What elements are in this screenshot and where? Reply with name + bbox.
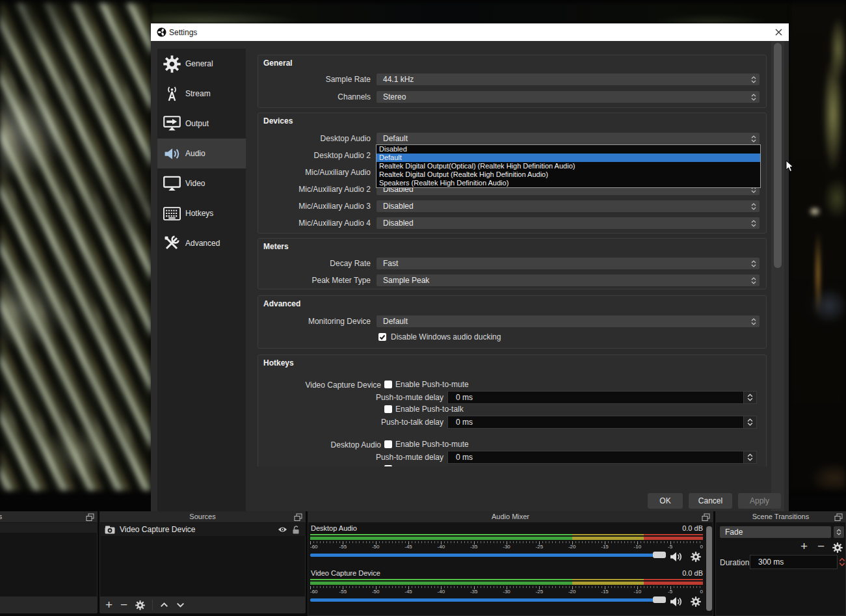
- transition-select-arrows[interactable]: [834, 526, 844, 538]
- mic-aux-3-select[interactable]: Disabled: [377, 200, 760, 212]
- sidebar-item-audio[interactable]: Audio: [157, 139, 246, 168]
- dropdown-option-highlighted[interactable]: Default: [377, 154, 760, 162]
- channel-gear-icon[interactable]: [691, 552, 701, 562]
- mouse-cursor: [786, 160, 793, 172]
- dropdown-option[interactable]: Disabled: [377, 145, 760, 154]
- sample-rate-select[interactable]: 44.1 kHz: [377, 74, 760, 85]
- partial-checkbox[interactable]: [384, 465, 392, 466]
- sidebar-item-video[interactable]: Video: [157, 168, 246, 198]
- mute-speaker-icon[interactable]: [670, 552, 683, 562]
- hotkey-device-label: Video Capture Device: [258, 379, 381, 391]
- peak-meter-type-select[interactable]: Sample Peak: [377, 275, 760, 286]
- meter-scale-label: -60: [310, 589, 318, 595]
- mute-speaker-icon[interactable]: [670, 596, 683, 607]
- dialog-scrollbar-thumb[interactable]: [774, 43, 782, 268]
- push-to-talk-delay-spinbox[interactable]: 0 ms: [447, 416, 757, 429]
- background-video-left: [0, 3, 152, 490]
- select-value: Fast: [383, 259, 398, 268]
- sidebar-item-stream[interactable]: Stream: [157, 79, 246, 109]
- duration-spinbox-arrows[interactable]: [838, 555, 846, 569]
- add-transition-button[interactable]: +: [800, 541, 808, 552]
- sidebar-item-general[interactable]: General: [157, 49, 246, 79]
- monitoring-device-select[interactable]: Default: [377, 315, 760, 327]
- move-up-icon[interactable]: [160, 602, 168, 608]
- sidebar-item-output[interactable]: Output: [157, 109, 246, 139]
- select-value: Stereo: [383, 92, 406, 101]
- decay-rate-select[interactable]: Fast: [377, 258, 760, 269]
- keyboard-icon: [162, 204, 181, 223]
- move-down-icon[interactable]: [176, 602, 185, 608]
- remove-transition-button[interactable]: −: [817, 541, 825, 552]
- enable-push-to-mute-checkbox-2[interactable]: [384, 440, 392, 448]
- spinbox-arrows[interactable]: [743, 451, 756, 463]
- sidebar-item-hotkeys[interactable]: Hotkeys: [157, 198, 246, 228]
- video-capture-icon: [105, 526, 115, 534]
- dropdown-option[interactable]: Realtek Digital Output (Realtek High Def…: [377, 170, 760, 179]
- add-source-button[interactable]: +: [105, 599, 112, 611]
- field-label: Mic/Auxiliary Audio 4: [258, 217, 371, 229]
- source-properties-gear-icon[interactable]: [135, 600, 145, 610]
- background-video-right: [789, 3, 846, 490]
- sidebar-item-label: Output: [185, 119, 209, 128]
- desktop-audio-select[interactable]: Default: [377, 133, 760, 144]
- mic-aux-4-select[interactable]: Disabled: [377, 217, 760, 229]
- meter-scale-label: -60: [310, 544, 318, 550]
- volume-slider-handle[interactable]: [653, 596, 666, 603]
- scene-row[interactable]: [0, 523, 98, 533]
- sidebar-item-advanced[interactable]: Advanced: [157, 228, 246, 258]
- field-label: Desktop Audio: [258, 133, 371, 144]
- spinbox-arrows[interactable]: [743, 392, 756, 403]
- close-icon[interactable]: [774, 27, 784, 37]
- remove-source-button[interactable]: −: [120, 599, 127, 611]
- dropdown-option[interactable]: Realtek Digital Output(Optical) (Realtek…: [377, 162, 760, 170]
- dialog-scrollbar[interactable]: [771, 41, 784, 511]
- meter-scale-label: 0: [700, 589, 703, 595]
- volume-slider[interactable]: [310, 554, 655, 557]
- channels-select[interactable]: Stereo: [377, 91, 760, 103]
- meter-bar: [310, 537, 703, 540]
- meter-scale-label: -35: [470, 544, 478, 550]
- push-to-mute-delay-spinbox[interactable]: 0 ms: [447, 391, 757, 404]
- disable-ducking-checkbox[interactable]: [378, 333, 386, 341]
- volume-slider-handle[interactable]: [653, 552, 666, 558]
- field-label: Push-to-mute delay: [323, 392, 443, 403]
- panels-icon[interactable]: [834, 513, 843, 522]
- enable-push-to-mute-checkbox[interactable]: [384, 381, 392, 388]
- transition-gear-icon[interactable]: [832, 542, 843, 553]
- group-title: General: [263, 59, 293, 68]
- meter-scale-label: -40: [438, 544, 445, 550]
- group-title: Meters: [263, 242, 289, 251]
- duration-spinbox[interactable]: 300 ms: [750, 555, 838, 569]
- field-label: Push-to-talk delay: [323, 416, 443, 428]
- obs-logo-icon: [157, 27, 166, 37]
- unlock-icon[interactable]: [291, 525, 300, 534]
- channel-gear-icon[interactable]: [691, 596, 701, 607]
- meter-bar: [310, 582, 703, 585]
- transition-select[interactable]: Fade: [720, 526, 831, 538]
- panels-icon[interactable]: [86, 513, 94, 522]
- select-value: Disabled: [383, 202, 414, 211]
- source-row-video-capture-device[interactable]: Video Capture Device: [101, 523, 306, 536]
- meter-scale-label: -25: [536, 544, 544, 550]
- spinbox-arrows[interactable]: [743, 416, 756, 428]
- volume-slider[interactable]: [310, 598, 655, 602]
- dropdown-option[interactable]: Speakers (Realtek High Definition Audio): [377, 179, 760, 187]
- select-value: Disabled: [383, 219, 414, 228]
- select-value: Default: [383, 134, 408, 143]
- panels-icon[interactable]: [294, 513, 302, 522]
- meter-scale-label: -20: [568, 589, 576, 595]
- push-to-mute-delay-2-spinbox[interactable]: 0 ms: [447, 451, 757, 464]
- meter-scale-label: -5: [668, 544, 672, 550]
- mixer-scrollbar-thumb[interactable]: [706, 526, 712, 611]
- source-label: Video Capture Device: [120, 525, 196, 534]
- eye-icon[interactable]: [278, 526, 287, 533]
- select-value: 44.1 kHz: [383, 75, 414, 84]
- ok-button[interactable]: OK: [648, 493, 683, 509]
- enable-push-to-talk-checkbox[interactable]: [384, 405, 392, 413]
- meter-scale-label: -55: [339, 544, 347, 550]
- apply-button[interactable]: Apply: [738, 493, 781, 509]
- cancel-button[interactable]: Cancel: [689, 493, 732, 509]
- hotkey-device-label: Desktop Audio: [258, 439, 381, 451]
- toolbar-divider: [152, 600, 153, 610]
- panels-icon[interactable]: [702, 513, 710, 522]
